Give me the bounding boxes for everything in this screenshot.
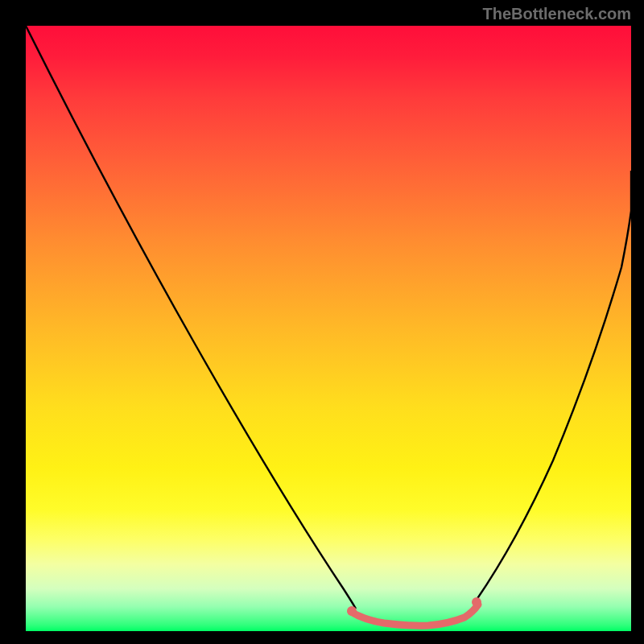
curve-left-arm: [26, 26, 356, 609]
curve-right-arm: [477, 171, 631, 600]
chart-frame: TheBottleneck.com: [0, 0, 644, 644]
plot-area: [26, 26, 631, 631]
valley-dot-right: [472, 597, 481, 607]
curve-valley-floor: [351, 605, 478, 625]
watermark-text: TheBottleneck.com: [483, 5, 631, 23]
valley-dot-left: [347, 606, 357, 616]
bottleneck-curve: [26, 26, 631, 631]
